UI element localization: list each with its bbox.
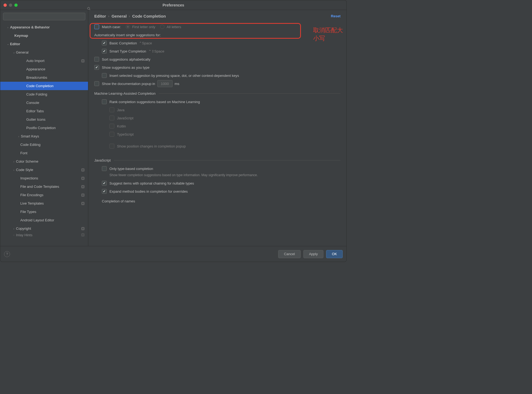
sidebar-item-code-style[interactable]: ›Code Style: [0, 166, 88, 174]
sidebar-item-postfix-completion[interactable]: Postfix Completion: [0, 124, 88, 132]
js-type-based-checkbox[interactable]: [102, 166, 107, 171]
chevron-right-icon: ›: [12, 168, 16, 172]
ml-js-checkbox: [109, 116, 114, 120]
chevron-right-icon: ›: [17, 135, 21, 138]
cancel-button[interactable]: Cancel: [278, 250, 300, 258]
insert-selected-checkbox[interactable]: [102, 73, 107, 78]
js-nullable-checkbox[interactable]: [102, 181, 107, 186]
ml-java-checkbox: [109, 107, 114, 112]
sidebar-item-file-types[interactable]: File Types: [0, 208, 88, 216]
match-case-checkbox[interactable]: [94, 24, 99, 29]
spacer: [22, 101, 26, 104]
sidebar-item-file-and-code-templates[interactable]: File and Code Templates: [0, 182, 88, 191]
spacer: [16, 185, 20, 188]
svg-rect-11: [82, 194, 84, 196]
ml-rank-checkbox[interactable]: [102, 99, 107, 104]
profile-scope-icon: [81, 185, 85, 189]
show-doc-checkbox[interactable]: [94, 81, 99, 86]
sidebar-item-console[interactable]: Console: [0, 98, 88, 107]
sort-alpha-label: Sort suggestions alphabetically: [102, 57, 150, 61]
sidebar-item-android-layout-editor[interactable]: Android Layout Editor: [0, 216, 88, 224]
sidebar-item-editor[interactable]: ⌄Editor: [0, 40, 88, 48]
profile-scope-icon: [81, 176, 85, 180]
sidebar-item-color-scheme[interactable]: ›Color Scheme: [0, 157, 88, 166]
apply-button[interactable]: Apply: [303, 250, 324, 258]
sidebar-item-inspections[interactable]: Inspections: [0, 174, 88, 182]
sidebar-item-appearance-behavior[interactable]: ›Appearance & Behavior: [0, 23, 88, 31]
sidebar-item-label: Inlay Hints: [16, 233, 81, 237]
basic-completion-checkbox[interactable]: [102, 41, 107, 45]
breadcrumb-editor[interactable]: Editor: [94, 14, 106, 18]
sidebar-item-general[interactable]: ⌄General: [0, 48, 88, 57]
sidebar-item-copyright[interactable]: ›Copyright: [0, 224, 88, 233]
sidebar-item-file-encodings[interactable]: File Encodings: [0, 191, 88, 199]
sidebar-item-label: Keymap: [14, 34, 86, 38]
auto-insert-header: Automatically insert single suggestions …: [94, 33, 161, 37]
sidebar-item-gutter-icons[interactable]: Gutter Icons: [0, 115, 88, 124]
sidebar-item-appearance[interactable]: Appearance: [0, 65, 88, 73]
sidebar-item-code-editing[interactable]: Code Editing: [0, 140, 88, 149]
js-type-based-label: Only type-based completion: [109, 167, 153, 171]
chevron-right-icon: ›: [12, 227, 16, 230]
sidebar-item-editor-tabs[interactable]: Editor Tabs: [0, 107, 88, 115]
chevron-right-icon: ›: [12, 160, 16, 163]
breadcrumb-code-completion: Code Completion: [132, 14, 166, 18]
ml-ts-label: TypeScript: [117, 132, 134, 136]
js-expand-checkbox[interactable]: [102, 189, 107, 194]
sidebar-item-label: Code Style: [16, 168, 81, 172]
sidebar-item-code-completion[interactable]: Code Completion: [0, 82, 88, 90]
smart-completion-checkbox[interactable]: [102, 49, 107, 54]
basic-completion-label: Basic Completion: [109, 41, 137, 45]
settings-tree[interactable]: ›Appearance & Behavior Keymap⌄Editor⌄Gen…: [0, 23, 88, 246]
sort-alpha-checkbox[interactable]: [94, 57, 99, 62]
sidebar-item-inlay-hints[interactable]: ›Inlay Hints: [0, 233, 88, 237]
sidebar-item-label: Breadcrumbs: [26, 75, 86, 80]
search-input[interactable]: [3, 13, 85, 20]
settings-panel[interactable]: Match case: First letter only All letter…: [88, 21, 346, 246]
sidebar-item-label: Editor: [10, 42, 86, 46]
svg-rect-5: [82, 169, 84, 171]
smart-shortcut: ⌃⇧Space: [148, 49, 164, 53]
separator: [114, 160, 340, 160]
sidebar-item-label: File Types: [20, 210, 86, 214]
sidebar-item-auto-import[interactable]: Auto Import: [0, 57, 88, 65]
svg-rect-17: [82, 234, 84, 236]
ml-js-label: JavaScript: [117, 116, 134, 120]
sidebar-item-label: Code Editing: [20, 143, 86, 147]
sidebar-item-live-templates[interactable]: Live Templates: [0, 199, 88, 208]
chevron-right-icon: ›: [6, 26, 10, 29]
help-button[interactable]: ?: [4, 251, 10, 257]
annotation-text: 取消匹配大小写: [313, 26, 346, 42]
chevron-right-icon: ›: [12, 233, 16, 237]
sidebar-item-label: Live Templates: [20, 201, 81, 205]
show-typing-checkbox[interactable]: [94, 65, 99, 70]
sidebar-item-code-folding[interactable]: Code Folding: [0, 90, 88, 98]
ml-kotlin-label: Kotlin: [117, 124, 126, 128]
svg-rect-15: [82, 228, 84, 229]
titlebar: Preferences: [0, 0, 346, 10]
reset-link[interactable]: Reset: [331, 14, 340, 18]
sidebar-item-keymap[interactable]: Keymap: [0, 31, 88, 40]
basic-shortcut: ⌃Space: [139, 41, 152, 45]
spacer: [22, 126, 26, 130]
all-letters-label: All letters: [167, 25, 181, 29]
profile-scope-icon: [81, 59, 85, 63]
sidebar-item-label: Inspections: [20, 176, 81, 180]
show-doc-label: Show the documentation popup in: [102, 82, 155, 86]
all-letters-radio: [160, 25, 164, 29]
sidebar-item-breadcrumbs[interactable]: Breadcrumbs: [0, 73, 88, 82]
match-case-label: Match case:: [102, 25, 121, 29]
ok-button[interactable]: OK: [326, 250, 343, 258]
profile-scope-icon: [81, 233, 85, 237]
spacer: [16, 193, 20, 197]
sidebar-item-smart-keys[interactable]: ›Smart Keys: [0, 132, 88, 140]
svg-rect-3: [82, 60, 84, 62]
js-nullable-label: Suggest items with optional chaining for…: [109, 181, 194, 185]
doc-delay-input[interactable]: [157, 80, 173, 87]
doc-ms-label: ms: [175, 82, 179, 86]
breadcrumb-general[interactable]: General: [112, 14, 127, 18]
spacer: [16, 202, 20, 205]
sidebar-item-font[interactable]: Font: [0, 149, 88, 157]
js-names-label: Completion of names: [102, 199, 135, 203]
sidebar-item-label: Code Completion: [26, 84, 86, 88]
